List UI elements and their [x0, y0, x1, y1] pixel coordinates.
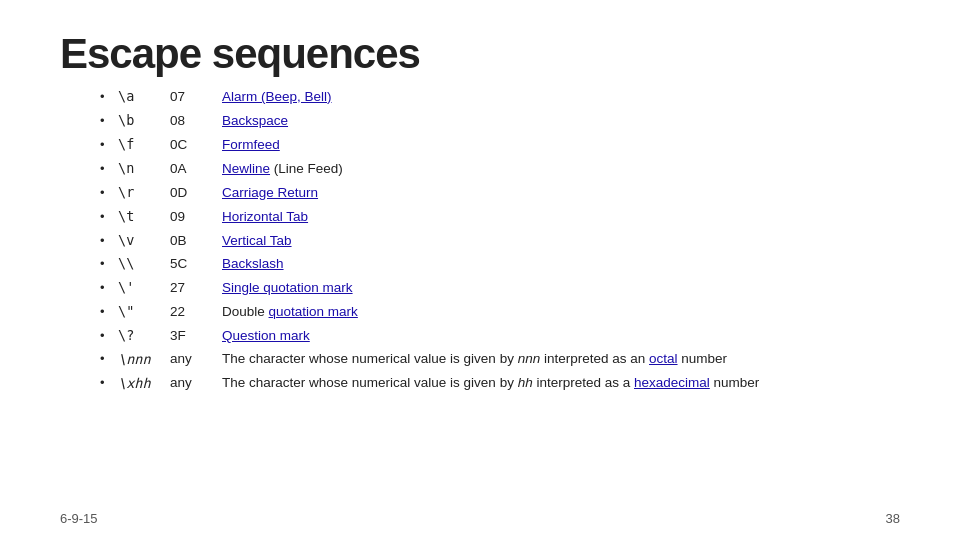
escape-code: \t [118, 206, 170, 227]
description: Backslash [222, 254, 900, 275]
hex-value: 3F [170, 326, 222, 347]
bullet: • [100, 111, 118, 131]
italic-var: nnn [518, 351, 541, 366]
hex-value: 5C [170, 254, 222, 275]
table-row-long: • \nnn any The character whose numerical… [100, 349, 900, 370]
description: Alarm (Beep, Bell) [222, 87, 900, 108]
hex-value: 08 [170, 111, 222, 132]
hex-value: 09 [170, 207, 222, 228]
description: The character whose numerical value is g… [222, 349, 900, 370]
hex-value: any [170, 373, 222, 394]
desc-link[interactable]: quotation mark [269, 304, 358, 319]
escape-code: \a [118, 86, 170, 107]
desc-link[interactable]: Question mark [222, 328, 310, 343]
bullet: • [100, 326, 118, 346]
table-row-long: • \xhh any The character whose numerical… [100, 373, 900, 394]
desc-link[interactable]: Alarm (Beep, Bell) [222, 89, 332, 104]
escape-code: \? [118, 325, 170, 346]
description: Question mark [222, 326, 900, 347]
bullet: • [100, 135, 118, 155]
escape-code: \b [118, 110, 170, 131]
bullet: • [100, 349, 118, 369]
table-row: • \' 27 Single quotation mark [100, 277, 900, 299]
table-row: • \v 0B Vertical Tab [100, 230, 900, 252]
escape-code: \f [118, 134, 170, 155]
hex-value: 07 [170, 87, 222, 108]
desc-link[interactable]: Horizontal Tab [222, 209, 308, 224]
bullet: • [100, 373, 118, 393]
escape-code: \r [118, 182, 170, 203]
footer: 6-9-15 38 [60, 511, 900, 526]
description: Horizontal Tab [222, 207, 900, 228]
footer-left: 6-9-15 [60, 511, 98, 526]
desc-link[interactable]: Carriage Return [222, 185, 318, 200]
table-row: • \" 22 Double quotation mark [100, 301, 900, 323]
bullet: • [100, 302, 118, 322]
italic-var: hh [518, 375, 533, 390]
hex-value: 0D [170, 183, 222, 204]
description: Single quotation mark [222, 278, 900, 299]
page-title: Escape sequences [60, 30, 900, 78]
desc-link[interactable]: octal [649, 351, 678, 366]
desc-link[interactable]: Formfeed [222, 137, 280, 152]
hex-value: 22 [170, 302, 222, 323]
desc-link[interactable]: Vertical Tab [222, 233, 292, 248]
bullet: • [100, 231, 118, 251]
desc-link[interactable]: Newline [222, 161, 270, 176]
escape-code: \\ [118, 253, 170, 274]
hex-value: any [170, 349, 222, 370]
desc-link[interactable]: hexadecimal [634, 375, 710, 390]
description: Carriage Return [222, 183, 900, 204]
escape-code: \v [118, 230, 170, 251]
escape-code: \xhh [118, 373, 170, 394]
desc-link[interactable]: Single quotation mark [222, 280, 353, 295]
bullet: • [100, 87, 118, 107]
description: Double quotation mark [222, 302, 900, 323]
table-row: • \a 07 Alarm (Beep, Bell) [100, 86, 900, 108]
table-row: • \\ 5C Backslash [100, 253, 900, 275]
description: Backspace [222, 111, 900, 132]
footer-right: 38 [886, 511, 900, 526]
desc-link[interactable]: Backslash [222, 256, 284, 271]
description: The character whose numerical value is g… [222, 373, 900, 394]
escape-code: \n [118, 158, 170, 179]
escape-table: • \a 07 Alarm (Beep, Bell) • \b 08 Backs… [100, 86, 900, 394]
page: Escape sequences • \a 07 Alarm (Beep, Be… [0, 0, 960, 540]
description: Newline (Line Feed) [222, 159, 900, 180]
bullet: • [100, 254, 118, 274]
escape-code: \" [118, 301, 170, 322]
desc-link[interactable]: Backspace [222, 113, 288, 128]
hex-value: 0C [170, 135, 222, 156]
hex-value: 27 [170, 278, 222, 299]
bullet: • [100, 278, 118, 298]
table-row: • \f 0C Formfeed [100, 134, 900, 156]
table-row: • \r 0D Carriage Return [100, 182, 900, 204]
bullet: • [100, 207, 118, 227]
escape-code: \nnn [118, 349, 170, 370]
table-row: • \t 09 Horizontal Tab [100, 206, 900, 228]
bullet: • [100, 183, 118, 203]
table-row: • \b 08 Backspace [100, 110, 900, 132]
description: Formfeed [222, 135, 900, 156]
description: Vertical Tab [222, 231, 900, 252]
table-row: • \? 3F Question mark [100, 325, 900, 347]
hex-value: 0A [170, 159, 222, 180]
table-row: • \n 0A Newline (Line Feed) [100, 158, 900, 180]
hex-value: 0B [170, 231, 222, 252]
bullet: • [100, 159, 118, 179]
escape-code: \' [118, 277, 170, 298]
